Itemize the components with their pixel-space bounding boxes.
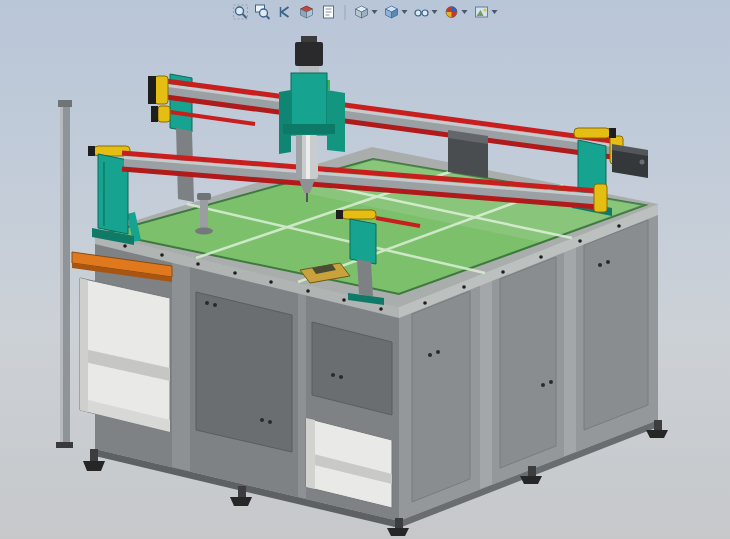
drive-motor [612,144,648,178]
drawing-view-icon [321,4,337,20]
display-style-button[interactable] [382,3,410,21]
section-view-button[interactable] [297,3,317,21]
previous-view-button[interactable] [275,3,295,21]
chevron-down-icon[interactable] [492,10,498,14]
apply-scene-button[interactable] [472,3,500,21]
chevron-down-icon[interactable] [402,10,408,14]
cad-model-canvas[interactable] [0,0,730,539]
stepper-motor [295,42,323,66]
view-orientation-button[interactable] [352,3,380,21]
hide-show-items-button[interactable] [412,3,440,21]
cad-application-viewport [0,0,730,539]
zoom-to-fit-button[interactable] [231,3,251,21]
zoom-to-fit-icon [233,4,249,20]
toolbar-separator [345,5,346,20]
apply-scene-icon [474,4,490,20]
display-style-icon [384,4,400,20]
heads-up-toolbar [231,2,500,22]
left-support-pole [56,100,73,448]
edit-appearance-icon [444,4,460,20]
zoom-to-area-button[interactable] [253,3,273,21]
rail-carriage [448,130,488,178]
chevron-down-icon[interactable] [432,10,438,14]
view-orientation-icon [354,4,370,20]
hide-show-items-icon [414,4,430,20]
chevron-down-icon[interactable] [462,10,468,14]
chevron-down-icon[interactable] [372,10,378,14]
edit-appearance-button[interactable] [442,3,470,21]
previous-view-icon [277,4,293,20]
open-compartment-left [80,278,170,432]
zoom-to-area-icon [255,4,271,20]
section-view-icon [299,4,315,20]
drawing-view-button[interactable] [319,3,339,21]
